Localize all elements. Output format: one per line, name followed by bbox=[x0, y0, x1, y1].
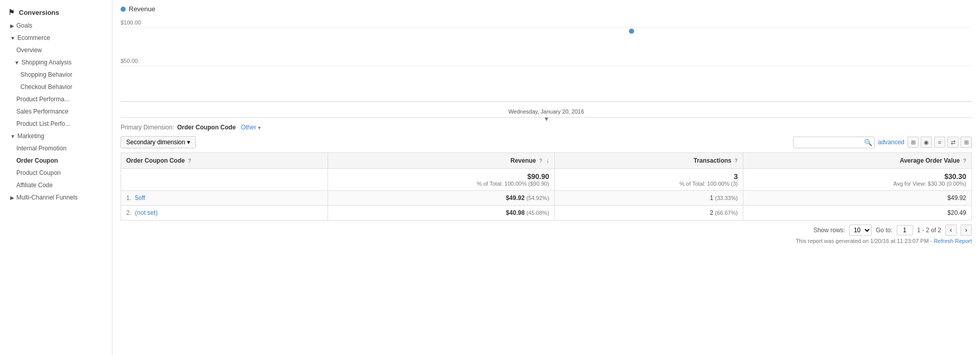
sidebar-product-coupon-label: Product Coupon bbox=[16, 169, 61, 176]
row2-transactions-pct: (66.67%) bbox=[715, 210, 738, 216]
prev-page-button[interactable]: ‹ bbox=[945, 225, 956, 236]
sidebar-item-ecommerce[interactable]: ▼ Ecommerce bbox=[0, 32, 112, 44]
table-row: 2. (not set) $40.98 (45.08%) 2 (66.67%) … bbox=[121, 206, 972, 220]
sidebar-item-marketing[interactable]: ▼ Marketing bbox=[0, 130, 112, 142]
col-header-coupon-code: Order Coupon Code ? bbox=[121, 153, 328, 169]
chart-y-label-50: $50.00 bbox=[121, 58, 138, 64]
primary-dimension-other[interactable]: Other ▾ bbox=[241, 124, 260, 131]
sidebar-shopping-analysis-label: Shopping Analysis bbox=[21, 59, 72, 66]
goals-arrow-icon: ▶ bbox=[10, 23, 14, 29]
sidebar-item-checkout-behavior[interactable]: Checkout Behavior bbox=[0, 81, 112, 93]
sidebar-marketing-label: Marketing bbox=[17, 132, 44, 140]
sidebar-item-internal-promotion[interactable]: Internal Promotion bbox=[0, 142, 112, 154]
row1-transactions-pct: (33.33%) bbox=[715, 195, 738, 201]
sidebar-item-multi-channel-funnels[interactable]: ▶ Multi-Channel Funnels bbox=[0, 191, 112, 204]
page-range: 1 - 2 of 2 bbox=[917, 227, 941, 234]
col-header-avg-order-value: Average Order Value ? bbox=[743, 153, 971, 169]
avg-order-value-help-icon[interactable]: ? bbox=[963, 158, 966, 164]
chart-area: Revenue $100.00 $50.00 Wednesday, Januar… bbox=[121, 5, 972, 118]
view-pivot-button[interactable]: ⊞ bbox=[961, 137, 972, 148]
search-input[interactable] bbox=[798, 139, 864, 146]
next-page-button[interactable]: › bbox=[961, 225, 972, 236]
secondary-dimension-button[interactable]: Secondary dimension ▾ bbox=[121, 136, 196, 148]
data-table: Order Coupon Code ? Revenue ? ↓ Transact… bbox=[121, 152, 972, 220]
advanced-link[interactable]: advanced bbox=[878, 139, 904, 146]
sidebar-multi-channel-label: Multi-Channel Funnels bbox=[16, 194, 78, 201]
sidebar-product-performance-label: Product Performa... bbox=[16, 96, 69, 103]
sidebar-sales-performance-label: Sales Performance bbox=[16, 108, 68, 115]
ecommerce-arrow-icon: ▼ bbox=[10, 35, 15, 41]
pagination-row: Show rows: 10 25 50 Go to: 1 - 2 of 2 ‹ … bbox=[121, 225, 972, 236]
row1-coupon-link[interactable]: 5off bbox=[135, 194, 145, 202]
view-grid-button[interactable]: ⊞ bbox=[907, 137, 919, 148]
search-box: 🔍 bbox=[793, 137, 875, 148]
total-label-cell bbox=[121, 169, 328, 191]
primary-dimension-active[interactable]: Order Coupon Code bbox=[177, 124, 236, 131]
other-dropdown-arrow-icon: ▾ bbox=[258, 125, 261, 130]
table-total-row: $90.90 % of Total: 100.00% ($90.90) 3 % … bbox=[121, 169, 972, 191]
chart-canvas: $100.00 $50.00 bbox=[121, 17, 972, 106]
show-rows-label: Show rows: bbox=[813, 227, 845, 234]
view-pie-button[interactable]: ◉ bbox=[921, 137, 932, 148]
view-table-button[interactable]: ≡ bbox=[934, 137, 945, 148]
legend-dot bbox=[121, 7, 126, 12]
table-header-row: Order Coupon Code ? Revenue ? ↓ Transact… bbox=[121, 153, 972, 169]
revenue-help-icon[interactable]: ? bbox=[539, 158, 542, 164]
chart-date-arrow-icon: ▾ bbox=[121, 115, 972, 123]
chart-data-point bbox=[629, 29, 634, 34]
row1-revenue-cell: $49.92 (54.92%) bbox=[328, 191, 554, 206]
sidebar-item-overview[interactable]: Overview bbox=[0, 44, 112, 56]
sidebar-shopping-behavior-label: Shopping Behavior bbox=[20, 71, 72, 78]
revenue-sort-icon[interactable]: ↓ bbox=[546, 157, 549, 164]
row1-avg-order-value-cell: $49.92 bbox=[743, 191, 971, 206]
sidebar-conversions-header[interactable]: ⚑ Conversions bbox=[0, 5, 112, 19]
sidebar-item-goals[interactable]: ▶ Goals bbox=[0, 19, 112, 32]
total-avg-order-value: $30.30 bbox=[944, 172, 966, 181]
transactions-help-icon[interactable]: ? bbox=[735, 158, 738, 164]
chart-gridline-100 bbox=[121, 27, 972, 28]
sidebar-item-shopping-analysis[interactable]: ▼ Shopping Analysis bbox=[0, 56, 112, 69]
show-rows-select[interactable]: 10 25 50 bbox=[849, 225, 872, 236]
row2-coupon-link[interactable]: (not set) bbox=[135, 209, 157, 216]
sidebar-item-product-coupon[interactable]: Product Coupon bbox=[0, 167, 112, 179]
sidebar-item-affiliate-code[interactable]: Affiliate Code bbox=[0, 179, 112, 191]
row1-num: 1. bbox=[126, 194, 131, 202]
chart-y-label-100: $100.00 bbox=[121, 19, 141, 26]
sidebar: ⚑ Conversions ▶ Goals ▼ Ecommerce Overvi… bbox=[0, 0, 112, 355]
row1-revenue-pct: (54.92%) bbox=[526, 195, 549, 201]
marketing-arrow-icon: ▼ bbox=[10, 134, 15, 139]
total-revenue-cell: $90.90 % of Total: 100.00% ($90.90) bbox=[328, 169, 554, 191]
total-avg-order-value-cell: $30.30 Avg for View: $30.30 (0.00%) bbox=[743, 169, 971, 191]
table-row: 1. 5off $49.92 (54.92%) 1 (33.33%) $49.9… bbox=[121, 191, 972, 206]
view-compare-button[interactable]: ⇄ bbox=[947, 137, 959, 148]
sidebar-internal-promotion-label: Internal Promotion bbox=[16, 145, 66, 152]
total-revenue-value: $90.90 bbox=[527, 172, 549, 181]
sidebar-item-shopping-behavior[interactable]: Shopping Behavior bbox=[0, 69, 112, 81]
refresh-report-link[interactable]: Refresh Report bbox=[934, 238, 972, 244]
row1-revenue-value: $49.92 bbox=[506, 194, 525, 202]
multi-channel-arrow-icon: ▶ bbox=[10, 195, 14, 201]
row2-transactions-value: 2 bbox=[710, 209, 713, 216]
goto-input[interactable] bbox=[897, 225, 913, 235]
sidebar-item-order-coupon[interactable]: Order Coupon bbox=[0, 154, 112, 167]
secondary-dimension-arrow-icon: ▾ bbox=[187, 139, 190, 146]
chart-baseline bbox=[121, 101, 972, 102]
sidebar-item-product-list-performance[interactable]: Product List Perfo... bbox=[0, 118, 112, 130]
total-transactions-subtotal: % of Total: 100.00% (3) bbox=[560, 181, 738, 187]
search-icon[interactable]: 🔍 bbox=[864, 139, 872, 146]
row1-transactions-cell: 1 (33.33%) bbox=[554, 191, 743, 206]
sidebar-item-sales-performance[interactable]: Sales Performance bbox=[0, 105, 112, 118]
shopping-analysis-arrow-icon: ▼ bbox=[14, 60, 19, 65]
total-transactions-value: 3 bbox=[734, 172, 738, 181]
sidebar-ecommerce-label: Ecommerce bbox=[17, 34, 50, 41]
toolbar-row: Secondary dimension ▾ 🔍 advanced ⊞ ◉ ≡ ⇄… bbox=[121, 136, 972, 148]
row1-coupon-cell: 1. 5off bbox=[121, 191, 328, 206]
view-icons-group: ⊞ ◉ ≡ ⇄ ⊞ bbox=[907, 137, 972, 148]
row2-revenue-cell: $40.98 (45.08%) bbox=[328, 206, 554, 220]
col-header-transactions: Transactions ? bbox=[554, 153, 743, 169]
row1-avg-order-value: $49.92 bbox=[947, 194, 966, 202]
sidebar-item-product-performance[interactable]: Product Performa... bbox=[0, 93, 112, 105]
coupon-code-help-icon[interactable]: ? bbox=[188, 158, 191, 164]
sidebar-conversions-label: Conversions bbox=[19, 9, 59, 16]
sidebar-checkout-behavior-label: Checkout Behavior bbox=[20, 83, 72, 91]
